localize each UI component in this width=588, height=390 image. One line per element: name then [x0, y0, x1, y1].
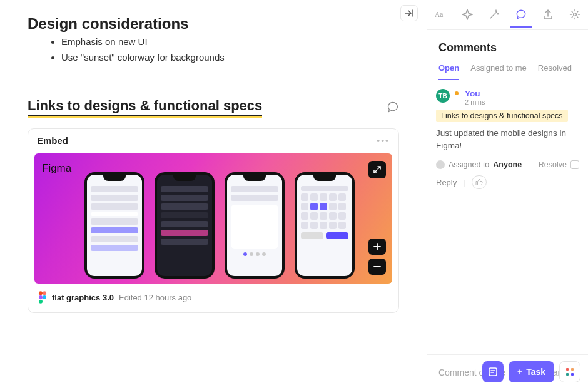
bullet-item[interactable]: Use "sunset" colorway for backgrounds [61, 52, 427, 63]
thumbs-up-icon [475, 178, 483, 186]
embed-card: Embed ••• Figma [28, 128, 399, 313]
figma-icon [38, 291, 47, 304]
comment-reference-chip[interactable]: Links to designs & functional specs [436, 110, 568, 122]
collapse-sidebar-button[interactable] [400, 5, 418, 21]
floating-actions: + Task [482, 361, 580, 382]
comments-tabs: Open Assigned to me Resolved [427, 59, 588, 80]
task-button-label: Task [526, 367, 545, 377]
embed-edited-time: Edited 12 hours ago [119, 293, 191, 302]
assigned-to-label: Assigned to [449, 160, 489, 169]
bullet-item[interactable]: Emphasis on new UI [61, 36, 427, 47]
text-icon: Aa [435, 9, 446, 19]
comment-message: Just updated the mobile designs in Figma… [436, 127, 579, 151]
svg-text:Aa: Aa [435, 11, 443, 18]
embed-menu-button[interactable]: ••• [377, 136, 390, 146]
like-button[interactable] [472, 175, 487, 189]
svg-point-1 [43, 291, 46, 295]
avatar: TB [436, 89, 450, 103]
tab-resolved[interactable]: Resolved [538, 63, 572, 80]
gear-icon [569, 9, 580, 20]
apps-button[interactable] [559, 361, 580, 382]
comment-icon [387, 101, 399, 113]
figma-embed-canvas[interactable]: Figma [34, 153, 392, 284]
comment-author[interactable]: You [465, 89, 485, 98]
comment-icon [515, 9, 527, 20]
phone-mockups [34, 168, 392, 279]
assignee-dot-icon [436, 160, 445, 169]
panel-toolbar: Aa [427, 0, 588, 30]
reply-button[interactable]: Reply [436, 178, 457, 187]
assigned-to-value[interactable]: Anyone [493, 160, 522, 169]
tab-assigned[interactable]: Assigned to me [470, 63, 527, 80]
comments-title: Comments [427, 30, 588, 59]
phone-dark-home [155, 172, 215, 279]
new-task-button[interactable]: + Task [509, 361, 554, 382]
tool-settings[interactable] [564, 3, 585, 28]
comment-thread: TB You 2 mins Links to designs & functio… [427, 80, 588, 354]
svg-rect-8 [566, 368, 569, 371]
tool-text[interactable]: Aa [430, 3, 451, 28]
svg-point-2 [39, 295, 43, 299]
svg-point-3 [43, 295, 46, 299]
svg-rect-11 [571, 373, 574, 376]
bullet-list: Emphasis on new UI Use "sunset" colorway… [61, 36, 427, 63]
heading-links[interactable]: Links to designs & functional specs [28, 98, 262, 116]
share-icon [542, 9, 554, 20]
comments-panel: Aa Comments Open Assigned to me Resolved [427, 0, 588, 390]
embed-file-name[interactable]: flat graphics 3.0 [52, 293, 114, 302]
plus-icon: + [517, 367, 522, 377]
tab-open[interactable]: Open [438, 63, 459, 80]
tool-share[interactable] [537, 3, 559, 28]
svg-point-4 [39, 300, 43, 304]
svg-rect-10 [566, 373, 569, 376]
add-comment-button[interactable] [387, 101, 399, 113]
apps-icon [565, 367, 574, 376]
wand-icon [489, 9, 500, 20]
phone-light-empty [225, 172, 285, 279]
resolve-checkbox[interactable] [570, 160, 579, 169]
embed-title[interactable]: Embed [37, 135, 68, 146]
resolve-label[interactable]: Resolve [539, 160, 567, 169]
tool-magic[interactable] [484, 3, 505, 28]
svg-rect-7 [489, 368, 497, 376]
svg-rect-9 [571, 368, 574, 371]
quick-note-button[interactable] [482, 361, 504, 382]
collapse-icon [405, 9, 413, 17]
document-area: Design considerations Emphasis on new UI… [0, 0, 427, 390]
svg-point-0 [39, 291, 43, 295]
phone-calendar [295, 172, 355, 279]
sparkle-icon [462, 9, 473, 20]
unread-dot-icon [455, 91, 459, 95]
note-icon [488, 367, 498, 377]
phone-light-home [84, 172, 144, 279]
embed-caption: flat graphics 3.0 Edited 12 hours ago [28, 284, 398, 312]
tool-comments[interactable] [510, 3, 532, 28]
tool-ai[interactable] [457, 3, 478, 28]
heading-design-considerations: Design considerations [28, 15, 427, 33]
comment-time: 2 mins [465, 98, 485, 106]
svg-point-6 [573, 13, 576, 16]
